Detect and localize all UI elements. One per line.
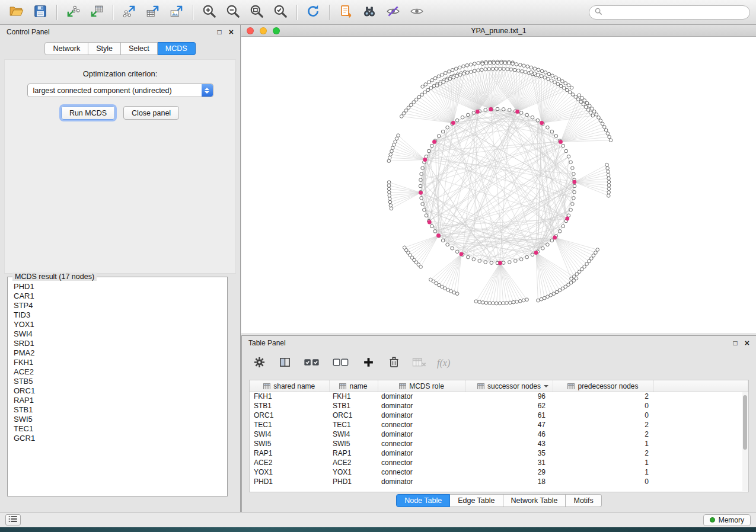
first-neighbors-button[interactable] (359, 2, 380, 23)
mcds-result-item[interactable]: SRD1 (11, 339, 225, 348)
maximize-window-icon[interactable] (273, 27, 280, 34)
select-all-rows-button[interactable] (302, 355, 321, 371)
clone-network-button[interactable] (335, 2, 356, 23)
import-table-icon (89, 4, 104, 21)
toolbar-separator (329, 5, 330, 20)
import-table-button[interactable] (86, 2, 107, 23)
mcds-result-item[interactable]: SWI5 (11, 415, 225, 424)
apply-layout-button[interactable] (302, 2, 324, 23)
open-session-button[interactable] (6, 2, 27, 23)
tab-node-table[interactable]: Node Table (396, 494, 450, 507)
table-panel-header: Table Panel □ × (242, 336, 756, 350)
close-panel-icon[interactable]: × (229, 28, 234, 36)
mcds-result-item[interactable]: SWI4 (11, 329, 225, 339)
table-cell: 46 (465, 430, 553, 439)
tab-network-table[interactable]: Network Table (503, 494, 566, 507)
table-cell: TEC1 (329, 420, 378, 430)
network-window-titlebar[interactable]: YPA_prune.txt_1 (241, 25, 756, 37)
function-builder-button[interactable]: f(x) (437, 358, 450, 368)
table-row[interactable]: SWI4SWI4dominator462 (250, 430, 748, 439)
close-panel-button[interactable]: Close panel (123, 106, 179, 120)
table-row[interactable]: FKH1FKH1dominator962 (250, 392, 748, 401)
column-header[interactable]: predecessor nodes (553, 380, 653, 392)
table-row[interactable]: SWI5SWI5connector431 (250, 439, 748, 448)
table-row[interactable]: TEC1TEC1connector472 (250, 420, 748, 430)
mcds-result-title: MCDS result (17 nodes) (12, 273, 97, 281)
mcds-result-item[interactable]: TID3 (11, 310, 225, 320)
table-settings-button[interactable] (251, 355, 267, 371)
refresh-icon (305, 4, 321, 21)
close-panel-icon[interactable]: × (745, 339, 749, 347)
show-columns-button[interactable] (277, 355, 292, 371)
criterion-dropdown[interactable]: largest connected component (undirected) (27, 84, 213, 97)
table-cell: YOX1 (250, 467, 329, 477)
status-menu-button[interactable] (5, 514, 21, 525)
zoom-in-button[interactable] (199, 2, 220, 23)
table-toolbar: f(x) (251, 352, 750, 374)
import-network-button[interactable] (62, 2, 84, 23)
tab-network[interactable]: Network (44, 42, 88, 55)
column-header[interactable]: MCDS role (378, 380, 465, 392)
mcds-result-item[interactable]: RAP1 (11, 396, 225, 405)
table-row[interactable]: ACE2ACE2connector311 (250, 458, 748, 467)
float-panel-icon[interactable]: □ (218, 28, 222, 36)
mcds-result-item[interactable]: PHD1 (11, 282, 225, 291)
eye-icon (409, 4, 425, 21)
table-row[interactable]: YOX1YOX1connector291 (250, 467, 748, 477)
table-cell: 47 (465, 420, 553, 430)
column-header[interactable]: shared name (250, 380, 329, 392)
network-canvas[interactable] (241, 37, 756, 332)
export-image-button[interactable] (166, 2, 187, 23)
search-field[interactable] (589, 5, 750, 20)
hide-selected-button[interactable] (382, 2, 404, 23)
run-mcds-button[interactable]: Run MCDS (61, 106, 115, 120)
table-row[interactable]: RAP1RAP1dominator352 (250, 448, 748, 458)
mcds-result-item[interactable]: CAR1 (11, 291, 225, 301)
mcds-result-item[interactable]: STB1 (11, 405, 225, 415)
table-icon (477, 382, 487, 390)
mcds-result-item[interactable]: TEC1 (11, 424, 225, 434)
float-panel-icon[interactable]: □ (733, 339, 738, 347)
tab-edge-table[interactable]: Edge Table (450, 494, 503, 507)
tab-style[interactable]: Style (88, 42, 121, 55)
tab-mcds[interactable]: MCDS (158, 42, 196, 55)
table-row[interactable]: ORC1ORC1dominator610 (250, 411, 748, 420)
export-network-button[interactable] (119, 2, 140, 23)
memory-button[interactable]: Memory (703, 514, 751, 526)
table-cell: SWI4 (250, 430, 329, 439)
table-row[interactable]: PHD1PHD1dominator180 (250, 477, 748, 486)
close-window-icon[interactable] (247, 27, 254, 34)
deselect-all-rows-button[interactable] (331, 355, 350, 371)
zoom-fit-button[interactable] (246, 2, 267, 23)
search-input[interactable] (606, 8, 744, 17)
export-table-button[interactable] (142, 2, 164, 23)
scrollbar-thumb[interactable] (743, 395, 747, 450)
column-header[interactable]: successor nodes (465, 380, 553, 392)
window-controls (247, 27, 280, 34)
table-row[interactable]: STB1STB1dominator620 (250, 401, 748, 411)
save-session-button[interactable] (30, 2, 51, 23)
mcds-result-item[interactable]: PMA2 (11, 348, 225, 358)
zoom-selected-button[interactable] (270, 2, 291, 23)
table-header-row: shared namenameMCDS rolesuccessor nodesp… (250, 380, 748, 392)
mcds-result-item[interactable]: YOX1 (11, 320, 225, 329)
mcds-result-item[interactable]: GCR1 (11, 434, 225, 443)
mcds-result-item[interactable]: FKH1 (11, 358, 225, 367)
add-column-button[interactable] (361, 355, 376, 371)
mcds-result-item[interactable]: STP4 (11, 301, 225, 310)
tab-select[interactable]: Select (121, 42, 158, 55)
show-all-button[interactable] (406, 2, 428, 23)
column-header[interactable]: name (329, 380, 378, 392)
table-scrollbar[interactable] (742, 392, 748, 491)
mcds-result-item[interactable]: STB5 (11, 377, 225, 386)
minimize-window-icon[interactable] (260, 27, 267, 34)
toolbar-separator (113, 5, 113, 20)
delete-table-button (412, 355, 427, 371)
mcds-result-item[interactable]: ORC1 (11, 386, 225, 396)
table-cell: STB1 (329, 401, 378, 411)
zoom-out-button[interactable] (222, 2, 244, 23)
tab-motifs[interactable]: Motifs (566, 494, 601, 507)
table-cell: dominator (378, 477, 465, 486)
delete-column-button[interactable] (386, 355, 401, 371)
mcds-result-item[interactable]: ACE2 (11, 367, 225, 377)
